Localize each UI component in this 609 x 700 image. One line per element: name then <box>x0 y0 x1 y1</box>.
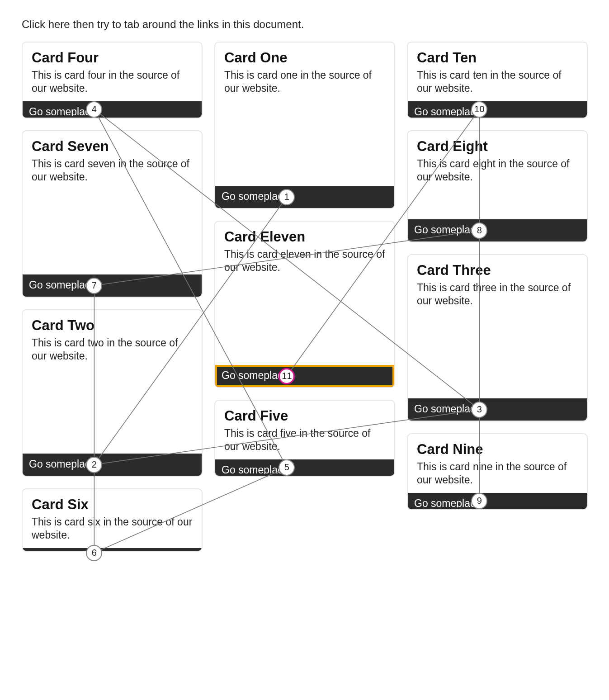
card-title: Card Eight <box>417 138 578 155</box>
card-title: Card Two <box>32 317 193 334</box>
card-body: This is card eight in the source of our … <box>417 157 578 184</box>
go-link-card-eight[interactable]: Go someplace <box>408 219 587 241</box>
tab-order-badge-8: 8 <box>471 222 487 239</box>
tab-order-badge-1: 1 <box>279 189 295 205</box>
tab-order-badge-10: 10 <box>471 101 487 118</box>
card-five: Card Five This is card five in the sourc… <box>214 400 395 477</box>
card-title: Card Eleven <box>224 229 385 245</box>
card-seven: Card Seven This is card seven in the sou… <box>22 130 203 298</box>
card-eight: Card Eight This is card eight in the sou… <box>407 130 588 242</box>
card-body: This is card one in the source of our we… <box>224 69 385 95</box>
go-link-card-five[interactable]: Go someplace <box>215 459 394 476</box>
tab-order-badge-11: 11 <box>279 368 295 384</box>
card-body: This is card five in the source of our w… <box>224 427 385 453</box>
card-nine: Card Nine This is card nine in the sourc… <box>407 433 588 510</box>
go-link-card-three[interactable]: Go someplace <box>408 398 587 421</box>
card-eleven: Card Eleven This is card eleven in the s… <box>214 221 395 388</box>
go-link-card-seven[interactable]: Go someplace <box>23 274 202 297</box>
card-grid: Card Four This is card four in the sourc… <box>22 42 587 552</box>
go-link-card-one[interactable]: Go someplace <box>215 186 394 208</box>
go-link-card-four[interactable]: Go someplace <box>23 101 202 118</box>
card-body: This is card seven in the source of our … <box>32 157 193 184</box>
go-link-card-two[interactable]: Go someplace <box>23 454 202 476</box>
card-title: Card One <box>224 50 385 66</box>
card-grid-wrap: Card Four This is card four in the sourc… <box>22 42 587 552</box>
card-body: This is card eleven in the source of our… <box>224 248 385 274</box>
card-body: This is card ten in the source of our we… <box>417 69 578 95</box>
tab-order-badge-3: 3 <box>471 402 487 418</box>
card-body: This is card nine in the source of our w… <box>417 460 578 487</box>
tab-order-badge-5: 5 <box>279 459 295 476</box>
card-four: Card Four This is card four in the sourc… <box>22 42 203 118</box>
card-title: Card Three <box>417 262 578 279</box>
go-link-card-ten[interactable]: Go someplace <box>408 101 587 118</box>
tab-order-badge-4: 4 <box>86 101 102 118</box>
card-body: This is card four in the source of our w… <box>32 69 193 95</box>
card-two: Card Two This is card two in the source … <box>22 309 203 477</box>
card-title: Card Four <box>32 50 193 66</box>
card-title: Card Six <box>32 497 193 513</box>
tab-order-badge-9: 9 <box>471 493 487 509</box>
go-link-card-eleven[interactable]: Go someplace <box>215 365 394 387</box>
card-three: Card Three This is card three in the sou… <box>407 254 588 421</box>
go-link-card-six[interactable]: Go someplace <box>23 548 202 552</box>
card-title: Card Seven <box>32 138 193 155</box>
go-link-card-nine[interactable]: Go someplace <box>408 493 587 510</box>
card-body: This is card six in the source of our we… <box>32 516 193 542</box>
card-body: This is card two in the source of our we… <box>32 336 193 363</box>
tab-order-badge-2: 2 <box>86 457 102 473</box>
card-title: Card Ten <box>417 50 578 66</box>
tab-order-badge-7: 7 <box>86 278 102 294</box>
tab-order-badge-6: 6 <box>86 545 102 561</box>
card-one: Card One This is card one in the source … <box>214 42 395 209</box>
card-ten: Card Ten This is card ten in the source … <box>407 42 588 118</box>
card-title: Card Five <box>224 408 385 424</box>
card-six: Card Six This is card six in the source … <box>22 488 203 552</box>
card-body: This is card three in the source of our … <box>417 281 578 307</box>
intro-text[interactable]: Click here then try to tab around the li… <box>22 18 587 31</box>
card-title: Card Nine <box>417 441 578 458</box>
